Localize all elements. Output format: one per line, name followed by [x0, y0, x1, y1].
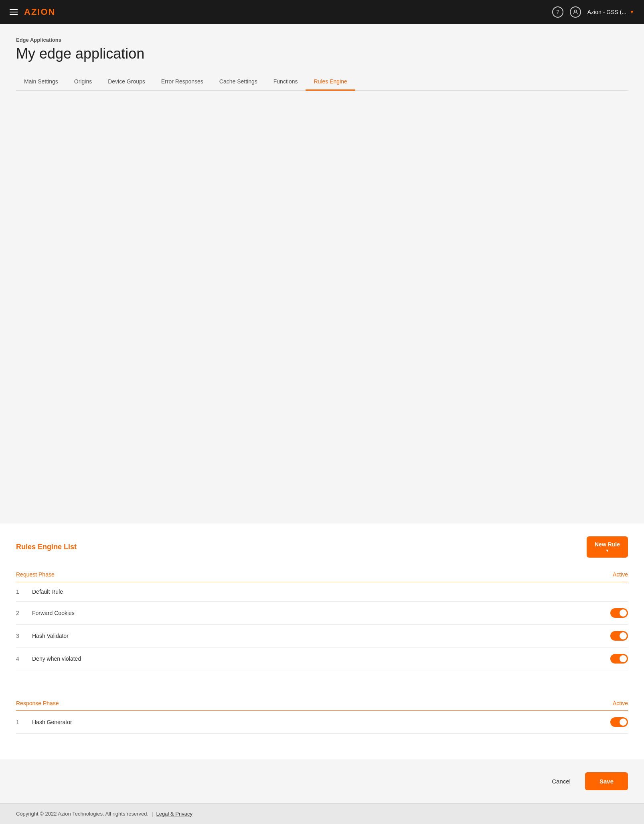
- rule-active-toggle[interactable]: [610, 654, 628, 664]
- toggle-slider: [610, 608, 628, 618]
- action-bar: Cancel Save: [0, 759, 644, 803]
- toggle-slider: [610, 717, 628, 727]
- navbar: AZION ? Azion - GSS (... ▼: [0, 0, 644, 24]
- request-phase-table: Request Phase Active 1 Default Rule 2 Fo…: [16, 567, 628, 670]
- tab-cache-settings[interactable]: Cache Settings: [211, 73, 265, 91]
- request-phase-header: Request Phase Active: [16, 567, 628, 582]
- table-row: 2 Forward Cookies: [16, 602, 628, 625]
- new-rule-button[interactable]: New Rule ▼: [587, 536, 628, 558]
- new-rule-dropdown-arrow: ▼: [606, 548, 610, 553]
- response-phase-label: Response Phase: [16, 700, 59, 706]
- svg-point-0: [574, 10, 576, 12]
- rule-name: Deny when violated: [32, 656, 81, 662]
- user-info: Azion - GSS (... ▼: [587, 9, 634, 15]
- rule-number: 1: [16, 589, 24, 595]
- tab-functions[interactable]: Functions: [265, 73, 306, 91]
- menu-icon[interactable]: [10, 9, 18, 15]
- tab-device-groups[interactable]: Device Groups: [100, 73, 153, 91]
- user-dropdown-arrow[interactable]: ▼: [630, 9, 634, 15]
- rule-name: Hash Generator: [32, 719, 72, 725]
- toggle-slider: [610, 654, 628, 664]
- rule-name: Hash Validator: [32, 633, 69, 639]
- rule-active-toggle[interactable]: [610, 631, 628, 641]
- response-phase-active-label: Active: [613, 700, 628, 706]
- tab-rules-engine[interactable]: Rules Engine: [306, 73, 355, 91]
- rules-engine-list-title: Rules Engine List: [16, 543, 77, 551]
- page-title: My edge application: [16, 45, 628, 62]
- tab-error-responses[interactable]: Error Responses: [153, 73, 211, 91]
- footer-separator: |: [152, 811, 153, 817]
- table-row: 3 Hash Validator: [16, 625, 628, 647]
- tab-bar: Main Settings Origins Device Groups Erro…: [16, 73, 628, 91]
- rules-engine-list-header: Rules Engine List New Rule ▼: [16, 536, 628, 558]
- response-phase-table: Response Phase Active 1 Hash Generator: [16, 696, 628, 734]
- rule-number: 4: [16, 656, 24, 662]
- table-row: 4 Deny when violated: [16, 647, 628, 670]
- tab-main-settings[interactable]: Main Settings: [16, 73, 66, 91]
- help-icon: ?: [556, 9, 559, 15]
- legal-privacy-link[interactable]: Legal & Privacy: [156, 811, 192, 817]
- toggle-slider: [610, 631, 628, 641]
- rule-number: 3: [16, 633, 24, 639]
- rule-active-toggle[interactable]: [610, 608, 628, 618]
- navbar-left: AZION: [10, 7, 55, 17]
- rule-number: 1: [16, 719, 24, 725]
- navbar-right: ? Azion - GSS (... ▼: [552, 6, 634, 18]
- footer: Copyright © 2022 Azion Technologies. All…: [0, 803, 644, 824]
- main-content: Edge Applications My edge application Ma…: [0, 24, 644, 524]
- rule-active-toggle[interactable]: [610, 717, 628, 727]
- content-area: Rules Engine List New Rule ▼ Request Pha…: [0, 524, 644, 759]
- help-button[interactable]: ?: [552, 6, 563, 18]
- breadcrumb: Edge Applications: [16, 37, 628, 43]
- rule-name: Forward Cookies: [32, 610, 75, 616]
- save-button[interactable]: Save: [585, 772, 628, 790]
- response-phase-header: Response Phase Active: [16, 696, 628, 711]
- tab-origins[interactable]: Origins: [66, 73, 100, 91]
- request-phase-label: Request Phase: [16, 571, 55, 578]
- rule-name: Default Rule: [32, 589, 63, 595]
- cancel-button[interactable]: Cancel: [544, 773, 579, 789]
- logo: AZION: [24, 7, 55, 17]
- table-spacer: [16, 683, 628, 696]
- table-row: 1 Hash Generator: [16, 711, 628, 734]
- rule-number: 2: [16, 610, 24, 616]
- footer-copyright: Copyright © 2022 Azion Technologies. All…: [16, 811, 148, 817]
- table-row: 1 Default Rule: [16, 582, 628, 602]
- request-phase-active-label: Active: [613, 571, 628, 578]
- user-label: Azion - GSS (...: [587, 9, 626, 15]
- user-avatar-icon: [570, 6, 581, 18]
